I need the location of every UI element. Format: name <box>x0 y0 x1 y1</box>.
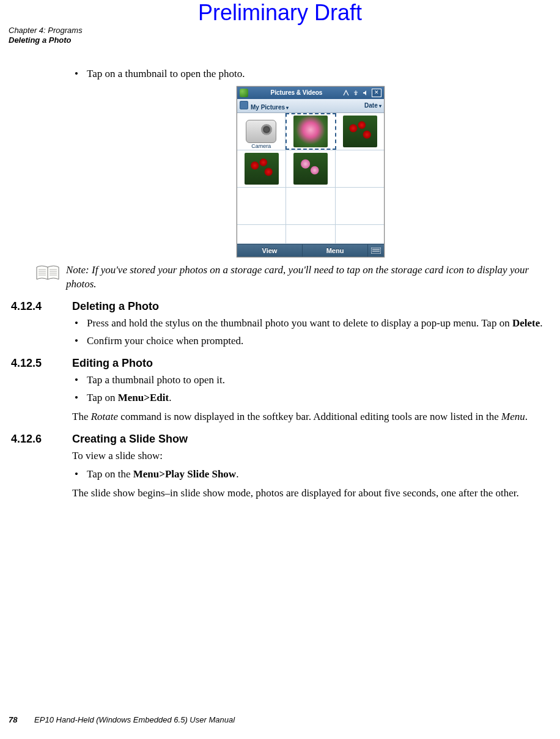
list-item: Tap a thumbnail photo to open it. <box>72 373 549 388</box>
sort-dropdown: Date <box>364 102 381 109</box>
page-content: Tap on a thumbnail to open the photo. Pi… <box>72 67 549 506</box>
bullet-list-4-12-6: Tap on the Menu>Play Slide Show. <box>72 468 549 482</box>
signal-icon <box>352 89 359 97</box>
thumbnail-cell <box>336 113 384 150</box>
section-heading-4-12-5: 4.12.5 Editing a Photo <box>11 357 549 370</box>
thumbnail-cell-empty <box>237 225 286 243</box>
connectivity-icon <box>342 89 350 97</box>
note-book-icon <box>35 265 60 282</box>
wm-subbar: My Pictures Date <box>237 99 384 113</box>
camera-caption: Camera <box>237 143 285 149</box>
header-chapter: Chapter 4: Programs <box>9 26 83 35</box>
thumbnail-flower-pink <box>293 116 328 147</box>
intro-bullet: Tap on a thumbnail to open the photo. <box>72 67 549 81</box>
thumbnail-cell-empty <box>286 225 335 243</box>
watermark-text: Preliminary Draft <box>0 0 560 26</box>
list-item: Confirm your choice when prompted. <box>72 334 549 348</box>
text: command is now displayed in the softkey … <box>118 411 501 422</box>
thumbnail-cell-empty <box>286 188 335 224</box>
softkey-view: View <box>237 244 303 257</box>
header-section: Deleting a Photo <box>9 35 83 45</box>
grid-row <box>237 188 384 225</box>
thumbnail-cell-empty <box>237 188 286 224</box>
keyboard-icon <box>367 244 384 257</box>
start-icon <box>240 89 248 97</box>
thumbnail-cell-empty <box>336 225 384 243</box>
svg-rect-0 <box>371 248 381 254</box>
text-bold: Delete <box>512 317 540 329</box>
section-number: 4.12.5 <box>11 357 72 370</box>
text-pre: Tap a thumbnail photo to open it. <box>87 374 225 386</box>
camera-icon <box>246 120 276 143</box>
list-item: Tap on Menu>Edit. <box>72 391 549 405</box>
list-item: Tap on the Menu>Play Slide Show. <box>72 468 549 482</box>
section-heading-4-12-4: 4.12.4 Deleting a Photo <box>11 300 549 313</box>
windows-mobile-screenshot: Pictures & Videos ✕ My Pictures Date <box>237 86 385 257</box>
thumbnail-flowers-red-2 <box>245 153 279 185</box>
section-heading-4-12-6: 4.12.6 Creating a Slide Show <box>11 433 549 446</box>
close-icon: ✕ <box>372 89 381 97</box>
thumbnail-flowers-pinkbuds <box>293 153 328 185</box>
running-header: Chapter 4: Programs Deleting a Photo <box>9 26 83 46</box>
text-bold: Menu>Edit <box>118 392 169 403</box>
grid-row-partial <box>237 225 384 244</box>
grid-row <box>237 150 384 188</box>
paragraph-4-12-6: The slide show begins–in slide show mode… <box>72 487 549 501</box>
page-number: 78 <box>9 715 17 724</box>
thumbnail-flowers-red <box>343 116 377 147</box>
wm-title: Pictures & Videos <box>251 89 342 96</box>
storage-card-icon <box>240 101 248 109</box>
text-italic: Menu <box>501 411 525 422</box>
note-prefix: Note: <box>66 264 89 276</box>
text-post: . <box>236 468 238 480</box>
intro-bullet-list: Tap on a thumbnail to open the photo. <box>72 67 549 81</box>
section-title: Deleting a Photo <box>72 300 159 313</box>
thumbnail-cell-selected <box>286 113 336 150</box>
wm-softkey-bar: View Menu <box>237 244 384 257</box>
note-body: If you've stored your photos on a storag… <box>66 264 529 290</box>
text-bold: Menu>Play Slide Show <box>133 468 236 480</box>
bullet-list-4-12-4: Press and hold the stylus on the thumbna… <box>72 317 549 348</box>
bullet-list-4-12-5: Tap a thumbnail photo to open it. Tap on… <box>72 373 549 405</box>
embedded-screenshot: Pictures & Videos ✕ My Pictures Date <box>72 86 549 257</box>
folder-dropdown: My Pictures <box>240 101 289 111</box>
grid-row: Camera <box>237 113 384 150</box>
text-pre: Confirm your choice when prompted. <box>87 335 243 347</box>
text-pre: Press and hold the stylus on the thumbna… <box>87 317 512 329</box>
wm-titlebar: Pictures & Videos ✕ <box>237 87 384 99</box>
thumbnail-grid: Camera <box>237 113 384 244</box>
folder-label: My Pictures <box>251 104 289 111</box>
note-text: Note: If you've stored your photos on a … <box>66 263 549 292</box>
text-italic: Rotate <box>91 411 118 422</box>
section-number: 4.12.6 <box>11 433 72 446</box>
note-block: Note: If you've stored your photos on a … <box>35 263 549 292</box>
volume-icon <box>362 89 369 97</box>
thumbnail-cell <box>237 150 286 187</box>
text-pre: Tap on the <box>87 468 133 480</box>
softkey-menu: Menu <box>303 244 367 257</box>
thumbnail-cell-empty <box>336 188 384 224</box>
tray-icons: ✕ <box>342 89 381 97</box>
camera-cell: Camera <box>237 113 286 150</box>
section-title: Creating a Slide Show <box>72 433 188 446</box>
paragraph-4-12-5: The Rotate command is now displayed in t… <box>72 410 549 424</box>
text: The <box>72 411 91 422</box>
paragraph-intro-4-12-6: To view a slide show: <box>72 449 549 463</box>
section-title: Editing a Photo <box>72 357 153 370</box>
page-footer: 78 EP10 Hand-Held (Windows Embedded 6.5)… <box>9 715 235 724</box>
manual-title: EP10 Hand-Held (Windows Embedded 6.5) Us… <box>34 715 235 724</box>
text: . <box>525 411 528 422</box>
text-post: . <box>169 392 171 403</box>
thumbnail-cell-empty <box>336 150 384 187</box>
text-post: . <box>540 317 542 329</box>
list-item: Press and hold the stylus on the thumbna… <box>72 317 549 331</box>
section-number: 4.12.4 <box>11 300 72 313</box>
text-pre: Tap on <box>87 392 118 403</box>
thumbnail-cell <box>286 150 335 187</box>
